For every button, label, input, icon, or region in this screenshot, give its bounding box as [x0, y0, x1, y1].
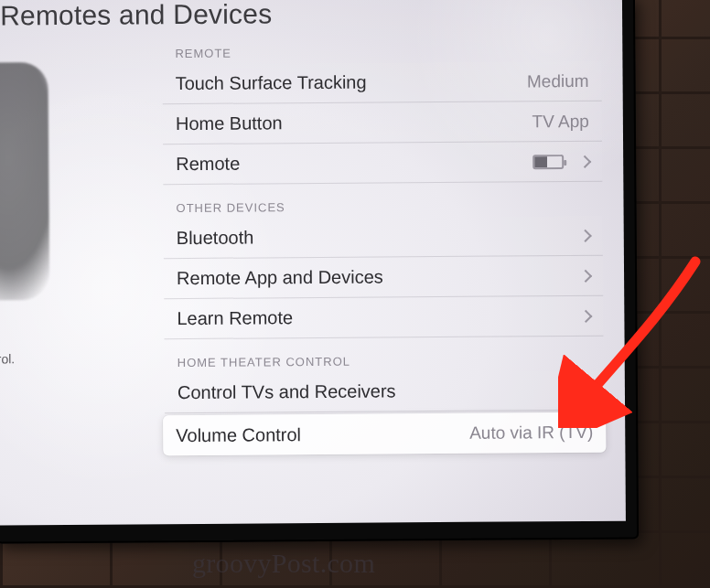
settings-list: REMOTE Touch Surface Tracking Medium Hom… — [162, 27, 604, 457]
section-header-home-theater-control: HOME THEATER CONTROL — [165, 337, 604, 373]
row-value: Auto via IR (TV) — [469, 422, 593, 444]
row-volume-control[interactable]: Volume Control Auto via IR (TV) — [163, 412, 606, 455]
section-header-remote: REMOTE — [162, 27, 601, 64]
section-header-other-devices: OTHER DEVICES — [163, 182, 602, 219]
chevron-right-icon — [579, 309, 592, 322]
row-value: On — [567, 380, 591, 400]
row-label: Home Button — [176, 111, 532, 134]
row-label: Remote App and Devices — [177, 265, 574, 289]
page-title: Remotes and Devices — [0, 0, 272, 31]
sidebar-caption-fragment: rol. — [0, 351, 15, 366]
chevron-right-icon — [578, 155, 591, 167]
row-bluetooth[interactable]: Bluetooth — [164, 216, 603, 259]
row-value: Medium — [527, 70, 589, 91]
row-remote[interactable]: Remote — [163, 142, 602, 185]
tv-screen: Remotes and Devices rol. REMOTE Touch Su… — [0, 0, 626, 525]
row-label: Volume Control — [176, 422, 469, 445]
watermark: groovyPost.com — [192, 548, 375, 579]
row-label: Remote — [176, 151, 532, 175]
row-label: Learn Remote — [177, 305, 574, 329]
chevron-right-icon — [579, 269, 592, 282]
row-remote-app-and-devices[interactable]: Remote App and Devices — [164, 256, 603, 299]
row-label: Bluetooth — [177, 225, 574, 249]
row-learn-remote[interactable]: Learn Remote — [164, 296, 603, 339]
battery-icon — [532, 155, 564, 169]
tv-bezel: Remotes and Devices rol. REMOTE Touch Su… — [0, 0, 639, 543]
row-control-tvs-and-receivers[interactable]: Control TVs and Receivers On — [165, 370, 604, 413]
siri-remote-image — [0, 62, 49, 301]
row-label: Control TVs and Receivers — [178, 380, 568, 403]
row-label: Touch Surface Tracking — [176, 70, 528, 94]
chevron-right-icon — [579, 229, 592, 241]
row-value: TV App — [532, 111, 588, 131]
row-home-button[interactable]: Home Button TV App — [163, 102, 602, 144]
row-touch-surface-tracking[interactable]: Touch Surface Tracking Medium — [162, 61, 601, 104]
row-value — [532, 154, 589, 168]
